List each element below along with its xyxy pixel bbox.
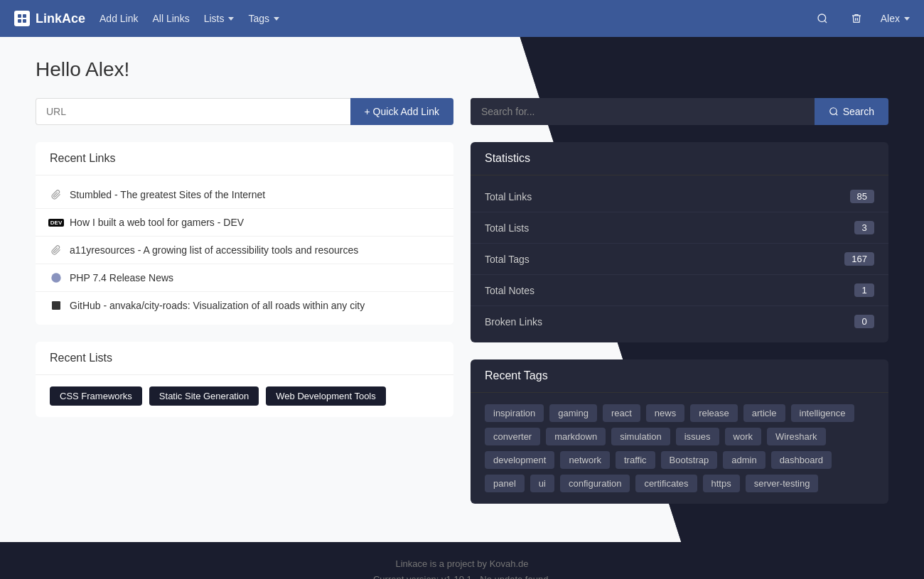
- link-item[interactable]: PHP 7.4 Release News: [36, 264, 453, 292]
- trash-nav-button[interactable]: [847, 9, 866, 28]
- tag-item[interactable]: intelligence: [791, 404, 854, 422]
- svg-rect-0: [18, 14, 21, 18]
- svg-point-8: [51, 273, 60, 282]
- tag-item[interactable]: markdown: [546, 428, 606, 445]
- search-form: Search: [471, 98, 888, 125]
- stat-item: Total Tags167: [471, 244, 888, 275]
- tag-item[interactable]: Wireshark: [767, 428, 826, 445]
- statistics-card: Statistics Total Links85Total Lists3Tota…: [471, 142, 888, 342]
- tag-item[interactable]: certificates: [635, 475, 697, 492]
- list-item[interactable]: Web Development Tools: [266, 386, 385, 406]
- statistics-body: Total Links85Total Lists3Total Tags167To…: [471, 175, 888, 342]
- list-item[interactable]: Static Site Generation: [149, 386, 259, 406]
- link-title: PHP 7.4 Release News: [70, 272, 173, 283]
- search-nav-button[interactable]: [812, 9, 832, 28]
- nav-tags[interactable]: Tags: [248, 13, 279, 24]
- user-menu[interactable]: Alex: [881, 13, 910, 24]
- tag-item[interactable]: admin: [723, 451, 765, 469]
- tag-item[interactable]: Bootstrap: [661, 451, 718, 469]
- link-favicon-icon: [50, 271, 63, 284]
- stat-label: Total Links: [485, 191, 532, 202]
- tag-item[interactable]: https: [703, 475, 740, 492]
- footer-line2: Current version: v1.10.1 - No update fou…: [14, 572, 910, 579]
- statistics-header: Statistics: [471, 142, 888, 175]
- svg-line-7: [835, 114, 837, 116]
- tag-item[interactable]: panel: [485, 475, 525, 492]
- stat-value: 1: [854, 283, 874, 297]
- tag-item[interactable]: inspiration: [485, 404, 544, 422]
- stat-item: Total Lists3: [471, 212, 888, 244]
- link-item[interactable]: Stumbled - The greatest Sites of the Int…: [36, 181, 453, 209]
- stat-label: Total Lists: [485, 222, 529, 234]
- link-favicon-icon: DEV: [50, 216, 63, 229]
- link-item[interactable]: DEVHow I built a web tool for gamers - D…: [36, 209, 453, 237]
- svg-rect-3: [23, 19, 26, 23]
- tag-item[interactable]: configuration: [560, 475, 630, 492]
- nav-add-link[interactable]: Add Link: [100, 13, 138, 24]
- tag-item[interactable]: work: [725, 428, 761, 445]
- stat-value: 3: [854, 221, 874, 234]
- tag-item[interactable]: news: [646, 404, 684, 422]
- nav-all-links[interactable]: All Links: [153, 13, 190, 24]
- tag-item[interactable]: react: [603, 404, 640, 422]
- tag-item[interactable]: development: [485, 451, 554, 469]
- stat-value: 0: [854, 315, 874, 328]
- stat-value: 85: [850, 190, 874, 203]
- svg-rect-2: [18, 19, 21, 23]
- recent-tags-header: Recent Tags: [471, 359, 888, 393]
- stat-item: Total Links85: [471, 181, 888, 212]
- stat-value: 167: [844, 252, 874, 266]
- recent-lists-card: Recent Lists CSS FrameworksStatic Site G…: [36, 342, 453, 417]
- svg-point-4: [818, 14, 826, 22]
- quick-add-button[interactable]: + Quick Add Link: [350, 98, 453, 125]
- stat-label: Total Tags: [485, 254, 530, 265]
- tag-item[interactable]: release: [690, 404, 738, 422]
- link-item[interactable]: a11yresources - A growing list of access…: [36, 237, 453, 264]
- lists-chevron-icon: [228, 17, 234, 21]
- link-favicon-icon: [50, 188, 63, 201]
- tags-chevron-icon: [274, 17, 279, 21]
- recent-lists-body: CSS FrameworksStatic Site GenerationWeb …: [36, 375, 453, 417]
- tag-item[interactable]: simulation: [611, 428, 670, 445]
- nav-lists[interactable]: Lists: [204, 13, 235, 24]
- brand-logo[interactable]: LinkAce: [14, 11, 85, 26]
- link-item[interactable]: GitHub - anvaka/city-roads: Visualizatio…: [36, 292, 453, 319]
- svg-point-6: [829, 108, 836, 114]
- url-input[interactable]: [36, 98, 350, 125]
- link-title: GitHub - anvaka/city-roads: Visualizatio…: [70, 300, 365, 311]
- svg-line-5: [824, 21, 827, 23]
- tag-item[interactable]: article: [743, 404, 785, 422]
- tag-item[interactable]: ui: [530, 475, 554, 492]
- recent-tags-card: Recent Tags inspirationgamingreactnewsre…: [471, 359, 888, 504]
- search-input[interactable]: [471, 98, 815, 125]
- tag-item[interactable]: network: [560, 451, 610, 469]
- page-title: Hello Alex!: [36, 58, 888, 81]
- url-form: + Quick Add Link: [36, 98, 453, 125]
- svg-rect-9: [52, 301, 60, 310]
- navbar: LinkAce Add Link All Links Lists Tags Al…: [0, 0, 924, 37]
- link-favicon-icon: [50, 299, 63, 312]
- tag-item[interactable]: traffic: [616, 451, 655, 469]
- search-button[interactable]: Search: [815, 98, 888, 125]
- footer: Linkace is a project by Kovah.de Current…: [0, 542, 924, 579]
- user-chevron-icon: [904, 17, 910, 21]
- tag-item[interactable]: dashboard: [771, 451, 832, 469]
- recent-links-body: Stumbled - The greatest Sites of the Int…: [36, 175, 453, 325]
- link-title: Stumbled - The greatest Sites of the Int…: [70, 189, 265, 200]
- link-favicon-icon: [50, 244, 63, 256]
- stat-label: Broken Links: [485, 316, 542, 328]
- recent-links-card: Recent Links Stumbled - The greatest Sit…: [36, 142, 453, 325]
- tag-item[interactable]: converter: [485, 428, 540, 445]
- tag-item[interactable]: gaming: [549, 404, 597, 422]
- tag-item[interactable]: server-testing: [746, 475, 819, 492]
- list-item[interactable]: CSS Frameworks: [50, 386, 142, 406]
- tag-item[interactable]: issues: [676, 428, 719, 445]
- recent-links-header: Recent Links: [36, 142, 453, 175]
- brand-name: LinkAce: [36, 11, 85, 26]
- recent-lists-header: Recent Lists: [36, 342, 453, 375]
- link-title: How I built a web tool for gamers - DEV: [70, 217, 244, 228]
- brand-icon: [14, 11, 30, 26]
- stat-label: Total Notes: [485, 285, 534, 296]
- footer-line1: Linkace is a project by Kovah.de: [14, 556, 910, 572]
- stat-item: Total Notes1: [471, 275, 888, 306]
